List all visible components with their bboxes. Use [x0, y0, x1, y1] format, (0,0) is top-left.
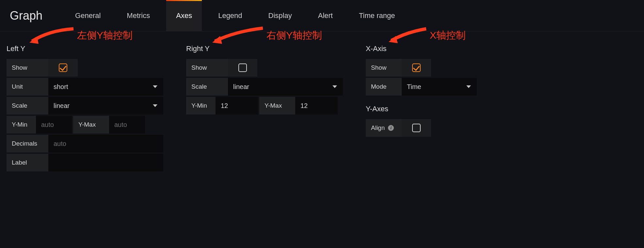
svg-marker-1	[212, 36, 222, 44]
checkbox-unchecked-icon	[238, 63, 247, 72]
left-y-show-label: Show	[7, 59, 48, 77]
tab-legend[interactable]: Legend	[208, 0, 252, 31]
checkbox-checked-icon	[412, 63, 421, 72]
x-axis-show-label: Show	[366, 59, 402, 77]
left-y-scale-select[interactable]: linear	[48, 97, 163, 115]
left-y-min-input[interactable]	[41, 121, 67, 129]
left-y-max-input-wrap	[109, 116, 145, 133]
right-y-max-input[interactable]	[300, 102, 332, 110]
y-axes-heading: Y-Axes	[366, 105, 477, 113]
tab-general[interactable]: General	[65, 0, 110, 31]
left-y-label-input[interactable]	[54, 159, 158, 167]
left-y-scale-value: linear	[54, 102, 70, 110]
left-y-label-input-wrap	[48, 154, 163, 171]
x-axis-mode-select[interactable]: Time	[402, 78, 477, 96]
y-axes-align-checkbox[interactable]	[402, 119, 431, 137]
x-axis-mode-value: Time	[407, 83, 421, 91]
right-y-heading: Right Y	[186, 44, 343, 53]
tab-alert[interactable]: Alert	[308, 0, 343, 31]
x-axis-section: X-Axis Show Mode Time Y-Axes Align i	[366, 44, 477, 173]
left-y-max-label: Y-Max	[73, 116, 109, 133]
left-y-section: Left Y Show Unit short Scale linear Y-Mi…	[7, 44, 163, 173]
left-y-unit-label: Unit	[7, 78, 48, 96]
left-y-min-label: Y-Min	[7, 116, 36, 133]
right-y-show-checkbox[interactable]	[228, 59, 257, 77]
tab-axes[interactable]: Axes	[166, 0, 202, 31]
tab-bar: Graph General Metrics Axes Legend Displa…	[0, 0, 644, 31]
right-y-min-label: Y-Min	[186, 97, 216, 115]
page-title: Graph	[10, 9, 42, 23]
right-y-max-input-wrap	[295, 97, 338, 115]
chevron-down-icon	[466, 85, 471, 88]
left-y-heading: Left Y	[7, 44, 163, 53]
left-y-scale-label: Scale	[7, 97, 48, 115]
checkbox-unchecked-icon	[412, 124, 421, 132]
tab-timerange[interactable]: Time range	[349, 0, 405, 31]
svg-marker-0	[29, 37, 39, 44]
left-y-decimals-label: Decimals	[7, 135, 48, 152]
right-y-scale-label: Scale	[186, 78, 228, 96]
y-axes-align-text: Align	[371, 124, 385, 132]
tab-metrics[interactable]: Metrics	[117, 0, 160, 31]
left-y-max-input[interactable]	[114, 121, 140, 129]
checkbox-checked-icon	[59, 63, 67, 72]
y-axes-align-label: Align i	[366, 119, 402, 137]
right-y-min-input[interactable]	[221, 102, 253, 110]
right-y-section: Right Y Show Scale linear Y-Min Y-Max	[186, 44, 343, 173]
right-y-scale-select[interactable]: linear	[228, 78, 343, 96]
chevron-down-icon	[153, 104, 157, 107]
right-y-scale-value: linear	[233, 83, 249, 91]
right-y-max-label: Y-Max	[259, 97, 295, 115]
left-y-label-label: Label	[7, 154, 48, 171]
left-y-decimals-input[interactable]	[54, 140, 158, 148]
chevron-down-icon	[332, 85, 337, 88]
right-y-show-label: Show	[186, 59, 228, 77]
x-axis-show-checkbox[interactable]	[402, 59, 431, 77]
left-y-unit-select[interactable]: short	[48, 78, 163, 96]
info-icon[interactable]: i	[388, 125, 394, 131]
left-y-decimals-input-wrap	[48, 135, 163, 152]
x-axis-mode-label: Mode	[366, 78, 402, 96]
left-y-show-checkbox[interactable]	[48, 59, 78, 77]
tab-display[interactable]: Display	[259, 0, 302, 31]
chevron-down-icon	[153, 85, 157, 88]
left-y-unit-value: short	[54, 83, 68, 91]
x-axis-heading: X-Axis	[366, 44, 477, 53]
svg-marker-2	[389, 36, 398, 43]
left-y-min-input-wrap	[36, 116, 72, 133]
right-y-min-input-wrap	[216, 97, 258, 115]
